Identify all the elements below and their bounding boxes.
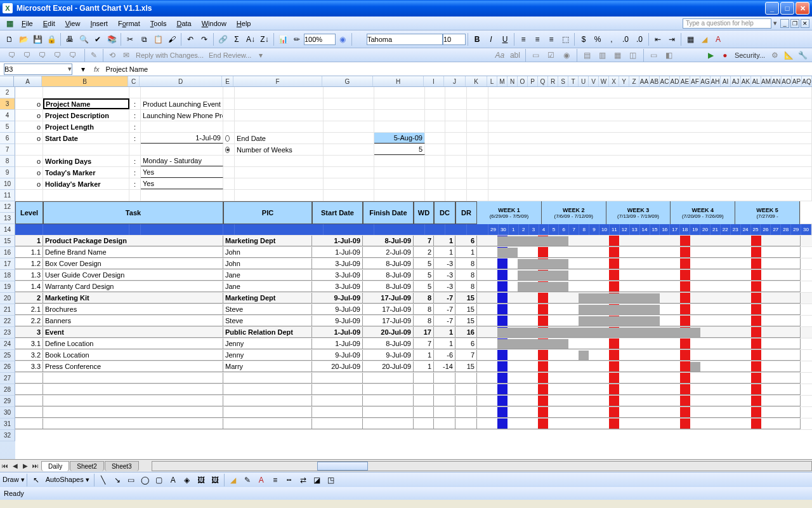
mail-icon[interactable]: ✉	[120, 49, 133, 62]
forms-radio-icon[interactable]: ◉	[560, 49, 573, 62]
controls-icon[interactable]: 🔧	[796, 49, 809, 62]
forms-list-icon[interactable]: ▤	[581, 49, 594, 62]
menu-help[interactable]: Help	[232, 18, 256, 29]
close-button[interactable]: ✕	[796, 2, 809, 15]
col-header-AA[interactable]: AA	[639, 76, 650, 86]
fill-color-draw-icon[interactable]: ◢	[227, 474, 240, 486]
autoshapes-menu[interactable]: AutoShapes ▾	[43, 476, 92, 484]
row-header-28[interactable]: 28	[0, 384, 15, 396]
col-header-AG[interactable]: AG	[700, 76, 710, 86]
col-header-AJ[interactable]: AJ	[731, 76, 741, 86]
menu-format[interactable]: Format	[113, 18, 145, 29]
forms-group-icon[interactable]: ▭	[530, 49, 542, 62]
horizontal-scrollbar[interactable]	[152, 461, 812, 471]
end-review-button[interactable]: End Review...	[206, 51, 254, 59]
col-header-Z[interactable]: Z	[629, 76, 639, 86]
col-header-AO[interactable]: AO	[782, 76, 792, 86]
col-header-V[interactable]: V	[589, 76, 599, 86]
arrow-icon[interactable]: ↘	[111, 474, 124, 486]
line-icon[interactable]: ╲	[97, 474, 110, 486]
col-header-L[interactable]: L	[487, 76, 497, 86]
col-header-Q[interactable]: Q	[538, 76, 548, 86]
col-header-W[interactable]: W	[599, 76, 609, 86]
font-color-icon[interactable]: A	[712, 33, 724, 46]
macro-play-icon[interactable]: ▶	[705, 49, 717, 62]
row-header-15[interactable]: 15	[0, 236, 15, 247]
menu-edit[interactable]: Edit	[38, 18, 60, 29]
row-header-2[interactable]: 2	[0, 87, 15, 98]
row-header-7[interactable]: 7	[0, 144, 15, 156]
diagram-icon[interactable]: ◈	[181, 474, 193, 486]
col-header-H[interactable]: H	[373, 76, 424, 86]
merge-icon[interactable]: ⬚	[559, 33, 572, 46]
row-header-13[interactable]: 13	[0, 213, 15, 224]
picture-icon[interactable]: 🖼	[209, 474, 221, 486]
workbook-minimize-button[interactable]: _	[780, 19, 789, 28]
maximize-button[interactable]: □	[780, 2, 794, 15]
redo-icon[interactable]: ↷	[198, 33, 211, 46]
rectangle-icon[interactable]: ▭	[125, 474, 138, 486]
sheet-tab-sheet2[interactable]: Sheet2	[70, 461, 104, 471]
forms-edit-icon[interactable]: ◧	[663, 49, 676, 62]
currency-icon[interactable]: $	[577, 33, 590, 46]
row-header-5[interactable]: 5	[0, 121, 15, 133]
col-header-S[interactable]: S	[558, 76, 568, 86]
paste-icon[interactable]: 📋	[152, 33, 164, 46]
font-name-input[interactable]	[367, 34, 443, 45]
forms-abl-icon[interactable]: abl	[509, 49, 521, 62]
col-header-AM[interactable]: AM	[761, 76, 771, 86]
row-header-3[interactable]: 3	[0, 98, 15, 110]
col-header-I[interactable]: I	[424, 76, 444, 86]
comma-icon[interactable]: ,	[605, 33, 618, 46]
formula-bar[interactable]: Project Name	[103, 65, 812, 73]
borders-icon[interactable]: ▦	[684, 33, 697, 46]
row-header-14[interactable]: 14	[0, 224, 15, 236]
draw-menu[interactable]: Draw ▾	[3, 476, 25, 484]
col-header-AB[interactable]: AB	[650, 76, 660, 86]
undo-icon[interactable]: ↶	[184, 33, 197, 46]
col-header-AI[interactable]: AI	[721, 76, 731, 86]
forms-aa-icon[interactable]: Aa	[494, 49, 506, 62]
help-icon[interactable]: ◉	[336, 33, 349, 46]
sort-desc-icon[interactable]: Z↓	[258, 33, 271, 46]
col-header-A[interactable]: A	[14, 76, 42, 86]
copy-icon[interactable]: ⧉	[138, 33, 150, 46]
col-header-O[interactable]: O	[518, 76, 528, 86]
research-icon[interactable]: 📚	[105, 33, 118, 46]
fill-color-icon[interactable]: ◢	[698, 33, 710, 46]
help-dropdown-icon[interactable]: ▾	[771, 19, 779, 27]
name-box[interactable]: B3 ▾	[4, 64, 72, 75]
row-header-25[interactable]: 25	[0, 350, 15, 361]
review-icon-1[interactable]: 🗨	[6, 49, 18, 62]
row-header-30[interactable]: 30	[0, 407, 15, 418]
col-header-M[interactable]: M	[497, 76, 508, 86]
hyperlink-icon[interactable]: 🔗	[216, 33, 229, 46]
col-header-AK[interactable]: AK	[741, 76, 751, 86]
drawing-icon[interactable]: ✏	[291, 33, 303, 46]
menu-window[interactable]: Window	[197, 18, 232, 29]
line-color-icon[interactable]: ✎	[241, 474, 254, 486]
new-icon[interactable]: 🗋	[3, 33, 16, 46]
col-header-AF[interactable]: AF	[690, 76, 700, 86]
col-header-J[interactable]: J	[444, 76, 466, 86]
forms-check-icon[interactable]: ☑	[545, 49, 558, 62]
increase-indent-icon[interactable]: ⇥	[665, 33, 678, 46]
review-close-icon[interactable]: ▾	[254, 49, 267, 62]
col-header-Y[interactable]: Y	[619, 76, 629, 86]
row-header-19[interactable]: 19	[0, 281, 15, 293]
fx-icon[interactable]: fx	[94, 65, 100, 73]
sheet-tab-daily[interactable]: Daily	[41, 461, 69, 471]
cut-icon[interactable]: ✂	[124, 33, 136, 46]
row-header-4[interactable]: 4	[0, 110, 15, 121]
workbook-close-button[interactable]: ✕	[801, 19, 809, 28]
review-icon-5[interactable]: 🗨	[67, 49, 79, 62]
menu-file[interactable]: File	[16, 18, 38, 29]
percent-icon[interactable]: %	[591, 33, 604, 46]
col-header-G[interactable]: G	[322, 76, 373, 86]
decrease-decimal-icon[interactable]: .0	[633, 33, 646, 46]
align-right-icon[interactable]: ≡	[545, 33, 558, 46]
col-header-C[interactable]: C	[128, 76, 140, 86]
col-header-K[interactable]: K	[466, 76, 487, 86]
col-header-B[interactable]: B	[42, 76, 128, 86]
forms-btn-icon[interactable]: ▭	[648, 49, 660, 62]
